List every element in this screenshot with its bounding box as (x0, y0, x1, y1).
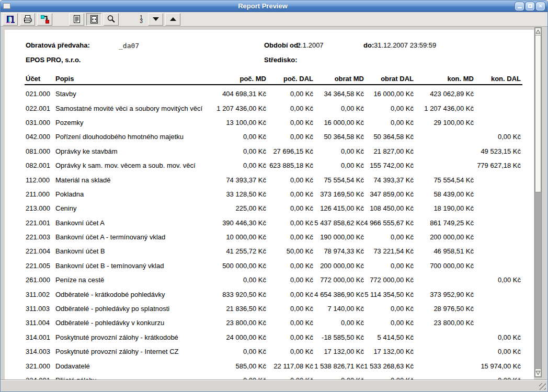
cell-obrat-dal: 347 859,00 Kč (364, 190, 414, 198)
table-row: 042.000 Pořízení dlouhodobého hmotného m… (5, 130, 534, 144)
table-row: 022.001 Samostatné movité věci a soubory… (5, 101, 534, 115)
preview-area: Obratová předvaha: _da07 Období od: 2.1.… (1, 27, 547, 391)
cell-poc-md: 41 255,72 Kč (190, 247, 266, 255)
cell-poc-md: 0,00 Kč (190, 348, 266, 355)
cell-popis: Odběratelé - krátkodobé pohledávky (55, 291, 190, 298)
scrollbar-thumb[interactable] (535, 36, 541, 192)
cell-obrat-dal: 155 742,00 Kč (364, 162, 414, 169)
table-row: 261.000 Peníze na cestě 0,00 Kč 0,00 Kč … (5, 273, 534, 287)
cell-obrat-md: 190 000,00 Kč (313, 233, 364, 241)
cell-ucet: 261.000 (26, 276, 55, 284)
cell-ucet: 311.003 (26, 305, 55, 313)
cell-poc-md: 13 100,00 Kč (190, 119, 266, 126)
cell-obrat-md: 16 000,00 Kč (313, 119, 364, 126)
close-icon: × (539, 3, 542, 9)
window-icon (3, 3, 10, 9)
col-kon-dal: kon. DAL (474, 75, 521, 83)
cell-poc-md: 390 446,30 Kč (190, 219, 266, 227)
cell-popis: Stavby (55, 90, 190, 98)
cell-obrat-dal: 5 414,50 Kč (364, 333, 414, 341)
fit-page-icon (89, 14, 99, 25)
cell-ucet: 081.000 (26, 147, 55, 155)
col-poc-md: poč. MD (190, 75, 266, 83)
cell-poc-dal: 0,00 Kč (266, 276, 313, 284)
table-body: 021.000 Stavby 404 698,31 Kč 0,00 Kč 34 … (5, 87, 534, 381)
col-ucet: Účet (26, 75, 55, 83)
cell-obrat-md: 373 169,50 Kč (313, 190, 364, 198)
cell-obrat-md: 772 000,00 Kč (313, 276, 364, 284)
table-row: 211.000 Pokladna 33 128,50 Kč 0,00 Kč 37… (5, 187, 534, 201)
toolbar-spacer (121, 19, 135, 19)
cell-popis: Oprávky k sam. mov. věcem a soub. mov. v… (55, 162, 190, 169)
cell-popis: Bankovní účet A - termínovaný vklad (55, 233, 190, 241)
cell-kon-dal: 0,00 Kč (474, 348, 521, 355)
cell-ucet: 311.004 (26, 319, 55, 327)
cell-obrat-dal: 17 132,00 Kč (364, 348, 414, 355)
vertical-scrollbar[interactable] (534, 27, 542, 377)
cell-obrat-dal: 73 221,54 Kč (364, 247, 414, 255)
print-icon (22, 14, 33, 25)
previous-page-button[interactable] (165, 13, 180, 26)
cell-obrat-dal: 50 364,58 Kč (364, 133, 414, 141)
titlebar[interactable]: Report Preview × (1, 1, 547, 12)
stredisko-label: Středisko: (264, 56, 298, 64)
page-indicator: 1 3 (136, 15, 146, 24)
cell-ucet: 321.000 (26, 362, 55, 370)
report-title-label: Obratová předvaha: (26, 41, 90, 49)
cell-ucet: 221.001 (26, 219, 55, 227)
cell-kon-dal: 49 523,15 Kč (474, 147, 521, 155)
cell-poc-md: 74 393,37 Kč (190, 176, 266, 184)
cell-poc-md: 500 000,00 Kč (190, 262, 266, 270)
cell-poc-dal: 623 885,18 Kč (266, 162, 313, 169)
period-from-value: 2.1.2007 (297, 41, 324, 49)
cell-poc-md: 1 207 436,00 Kč (190, 105, 266, 112)
cell-poc-dal: 0,00 Kč (266, 262, 313, 270)
export-button[interactable] (37, 13, 52, 26)
minimize-button[interactable] (515, 2, 524, 10)
cell-kon-md: 23 800,00 Kč (414, 319, 474, 327)
cell-obrat-md: 126 415,00 Kč (313, 204, 364, 212)
table-row: 081.000 Oprávky ke stavbám 0,00 Kč 27 69… (5, 144, 534, 158)
cell-ucet: 021.000 (26, 90, 55, 98)
cell-obrat-md: 50 364,58 Kč (313, 133, 364, 141)
next-page-button[interactable] (148, 13, 163, 26)
close-button[interactable]: × (536, 2, 545, 10)
cell-obrat-dal: 0,00 Kč (364, 305, 414, 313)
cell-kon-md: 18 190,00 Kč (414, 204, 474, 212)
minimize-icon (518, 7, 522, 8)
cell-obrat-md: 200 000,00 Kč (313, 262, 364, 270)
cell-obrat-md: 34 364,58 Kč (313, 90, 364, 98)
cell-poc-dal: 0,00 Kč (266, 305, 313, 313)
print-button[interactable] (20, 13, 35, 26)
cell-popis: Samostatné movité věci a soubory movitýc… (55, 105, 190, 112)
cell-poc-md: 0,00 Kč (190, 276, 266, 284)
fit-page-button[interactable] (86, 13, 101, 26)
cell-kon-md: 373 952,90 Kč (414, 291, 474, 298)
cell-obrat-md: 5 437 858,62 Kč (313, 219, 364, 227)
cell-poc-md: 833 920,50 Kč (190, 291, 266, 298)
cell-kon-dal: 15 974,00 Kč (474, 362, 521, 370)
exit-preview-button[interactable] (3, 13, 18, 26)
cell-popis: Ceniny (55, 204, 190, 212)
window-controls: × (515, 2, 545, 10)
scroll-up-button[interactable] (535, 28, 541, 36)
toolbar-spacer (54, 19, 69, 19)
report-title-value: _da07 (119, 42, 139, 50)
zoom-icon (106, 14, 117, 25)
zoom-button[interactable] (104, 13, 119, 26)
cell-ucet: 213.000 (26, 204, 55, 212)
scroll-down-button[interactable] (535, 368, 541, 377)
cell-popis: Dodavatelé (55, 362, 190, 370)
company-name: EPOS PRO, s.r.o. (26, 56, 81, 64)
cell-kon-md: 58 439,00 Kč (414, 190, 474, 198)
resize-grip[interactable] (539, 383, 546, 390)
cell-obrat-md: 7 140,00 Kč (313, 305, 364, 313)
table-row: 082.001 Oprávky k sam. mov. věcem a soub… (5, 158, 534, 172)
actual-size-button[interactable] (69, 13, 84, 26)
cell-obrat-dal: 4 966 555,67 Kč (364, 219, 414, 227)
cell-obrat-md: 0,00 Kč (313, 162, 364, 169)
cell-kon-md: 700 000,00 Kč (414, 262, 474, 270)
maximize-button[interactable] (526, 2, 534, 10)
cell-obrat-md: 17 132,00 Kč (313, 348, 364, 355)
cell-poc-md: 0,00 Kč (190, 147, 266, 155)
